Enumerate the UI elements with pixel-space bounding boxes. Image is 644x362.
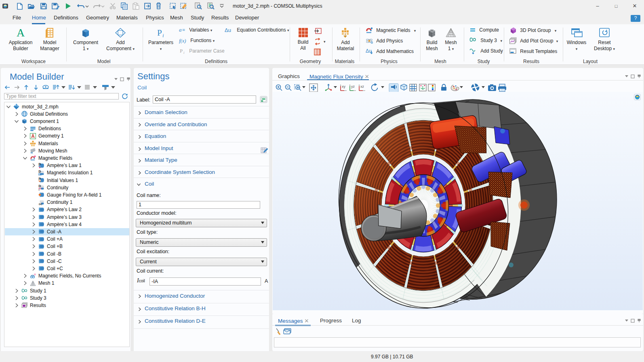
svg-text:yz: yz [351, 85, 355, 89]
svg-text:D: D [38, 163, 41, 166]
svg-text:P: P [180, 48, 183, 54]
svg-text:Δu: Δu [225, 27, 231, 33]
svg-text:=: = [182, 27, 185, 33]
svg-text:P: P [157, 28, 162, 38]
svg-text:D: D [38, 184, 41, 188]
svg-text:D: D [38, 188, 40, 191]
svg-text:i: i [162, 32, 164, 38]
svg-text:xy: xy [342, 85, 346, 89]
svg-text:a: a [179, 27, 182, 33]
svg-text:i: i [183, 51, 185, 55]
svg-text:DC: DC [39, 203, 42, 205]
svg-text:D: D [38, 170, 41, 174]
svg-text:f(x): f(x) [179, 38, 186, 44]
svg-text:xz: xz [360, 85, 364, 89]
svg-text:A: A [17, 28, 25, 38]
